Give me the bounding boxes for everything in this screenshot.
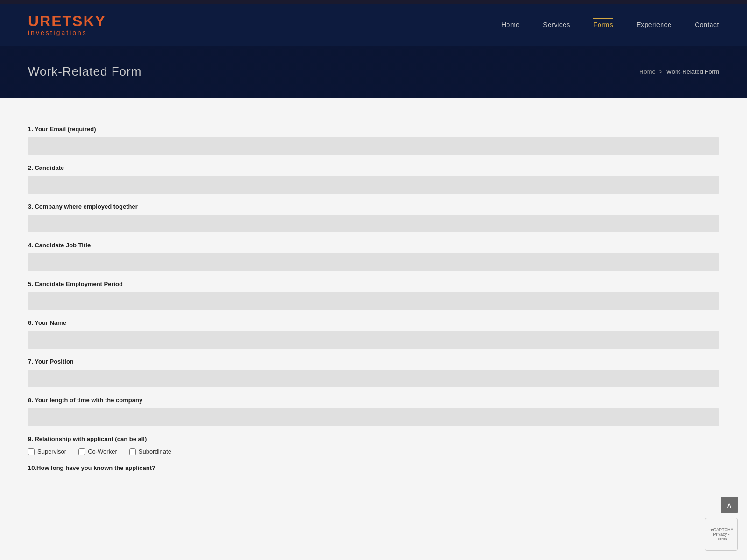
email-input[interactable] [28, 137, 719, 155]
nav-link-forms[interactable]: Forms [593, 18, 613, 28]
employment-period-input[interactable] [28, 292, 719, 310]
field-label-1: 1. Your Email (required) [28, 126, 719, 133]
supervisor-label: Supervisor [37, 448, 66, 455]
field-label-10: 10.How long have you known the applicant… [28, 464, 719, 471]
subordinate-checkbox-item: Subordinate [129, 448, 171, 455]
nav-link-home[interactable]: Home [501, 21, 520, 28]
supervisor-checkbox[interactable] [28, 448, 35, 455]
page-header: Work-Related Form Home > Work-Related Fo… [0, 46, 747, 98]
coworker-checkbox[interactable] [78, 448, 85, 455]
subordinate-label: Subordinate [139, 448, 171, 455]
field-label-4: 4. Candidate Job Title [28, 242, 719, 249]
nav-item-forms[interactable]: Forms [593, 21, 613, 28]
nav-links: Home Services Forms Experience Contact [501, 21, 719, 28]
nav-item-home[interactable]: Home [501, 21, 520, 28]
field-label-8: 8. Your length of time with the company [28, 397, 719, 404]
logo-main: Uretsky [28, 13, 106, 29]
nav-item-contact[interactable]: Contact [695, 21, 719, 28]
your-name-input[interactable] [28, 331, 719, 349]
field-label-5: 5. Candidate Employment Period [28, 280, 719, 287]
field-label-2: 2. Candidate [28, 164, 719, 171]
subordinate-checkbox[interactable] [129, 448, 136, 455]
relationship-checkboxes: Supervisor Co-Worker Subordinate [28, 448, 719, 455]
nav-item-experience[interactable]: Experience [636, 21, 671, 28]
breadcrumb-current: Work-Related Form [666, 68, 719, 75]
page-title: Work-Related Form [28, 64, 141, 79]
breadcrumb: Home > Work-Related Form [639, 68, 719, 75]
company-input[interactable] [28, 215, 719, 232]
time-with-company-input[interactable] [28, 408, 719, 426]
logo-sub: investigations [28, 29, 106, 36]
field-label-3: 3. Company where employed together [28, 203, 719, 210]
job-title-input[interactable] [28, 253, 719, 271]
main-content: 1. Your Email (required) 2. Candidate 3.… [0, 98, 747, 509]
breadcrumb-home-link[interactable]: Home [639, 68, 655, 75]
nav-link-experience[interactable]: Experience [636, 21, 671, 28]
candidate-input[interactable] [28, 176, 719, 194]
form-section: 1. Your Email (required) 2. Candidate 3.… [28, 112, 719, 481]
field-label-6: 6. Your Name [28, 319, 719, 326]
coworker-checkbox-item: Co-Worker [78, 448, 117, 455]
navbar: Uretsky investigations Home Services For… [0, 4, 747, 46]
logo: Uretsky investigations [28, 13, 106, 37]
field-label-7: 7. Your Position [28, 358, 719, 365]
top-bar [0, 0, 747, 4]
field-label-9: 9. Relationship with applicant (can be a… [28, 435, 719, 442]
nav-link-services[interactable]: Services [543, 21, 570, 28]
your-position-input[interactable] [28, 370, 719, 387]
scroll-to-top-button[interactable]: ∧ [721, 497, 738, 509]
coworker-label: Co-Worker [88, 448, 117, 455]
chevron-up-icon: ∧ [726, 501, 732, 509]
supervisor-checkbox-item: Supervisor [28, 448, 66, 455]
nav-link-contact[interactable]: Contact [695, 21, 719, 28]
breadcrumb-separator: > [659, 69, 662, 75]
nav-item-services[interactable]: Services [543, 21, 570, 28]
